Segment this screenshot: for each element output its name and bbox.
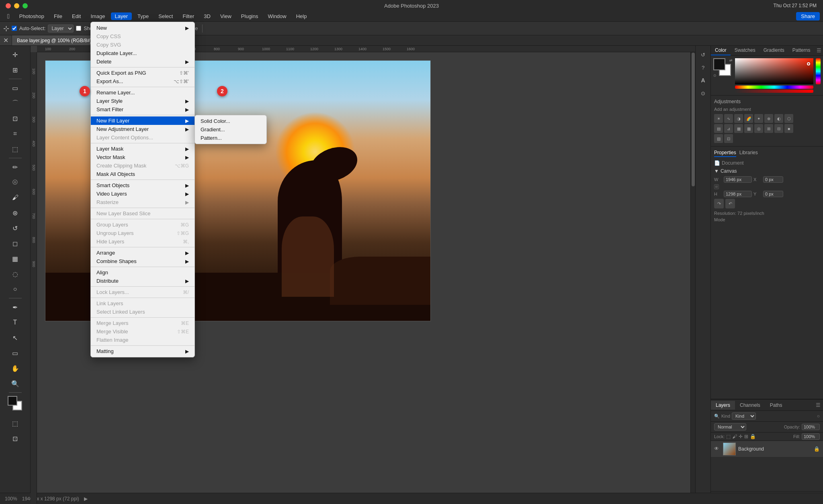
menu-item-layer-style[interactable]: Layer Style ▶ [91, 97, 194, 105]
gradient-box[interactable] [735, 58, 813, 84]
menu-edit[interactable]: Edit [68, 12, 85, 20]
tab-gradients[interactable]: Gradients [760, 46, 788, 55]
adj-curves[interactable]: ∿ [724, 114, 733, 123]
alpha-slider[interactable] [735, 90, 813, 93]
tab-color[interactable]: Color [711, 46, 731, 55]
menu-item-new-adjustment[interactable]: New Adjustment Layer ▶ [91, 125, 194, 133]
strip-history-btn[interactable]: ↺ [698, 49, 709, 60]
menu-filter[interactable]: Filter [178, 12, 198, 20]
reset-icon[interactable]: ⊙ [713, 73, 717, 78]
menu-item-video-layers[interactable]: Video Layers ▶ [91, 190, 194, 198]
lock-artboard-icon[interactable]: ⊞ [744, 434, 748, 439]
hue-vertical-bar[interactable] [816, 58, 821, 84]
blend-mode-dropdown[interactable]: Normal Multiply Screen [714, 423, 746, 431]
layer-row-background[interactable]: 👁 Background 🔒 [711, 441, 823, 457]
scrollbar-thumb-v[interactable] [692, 53, 695, 187]
adj-levels[interactable]: ▤ [714, 124, 723, 133]
canvas-x-input[interactable] [763, 176, 783, 183]
menu-apple[interactable]:  [3, 12, 14, 21]
tool-hand[interactable]: ✋ [8, 361, 23, 375]
tool-type[interactable]: T [8, 315, 23, 330]
lock-move-icon[interactable]: ✛ [739, 434, 743, 439]
tab-patterns[interactable]: Patterns [788, 46, 815, 55]
tab-properties[interactable]: Properties [714, 150, 736, 157]
tool-history-brush[interactable]: ↺ [8, 221, 23, 235]
tool-stamp[interactable]: ⊛ [8, 206, 23, 220]
menu-select[interactable]: Select [154, 12, 177, 20]
adj-exposure[interactable]: ◑ [734, 114, 743, 123]
tool-gradient[interactable]: ▦ [8, 251, 23, 266]
menu-item-vector-mask[interactable]: Vector Mask ▶ [91, 153, 194, 161]
tool-brush[interactable]: 🖌 [8, 190, 23, 205]
menu-item-duplicate[interactable]: Duplicate Layer... [91, 49, 194, 57]
lock-paint-icon[interactable]: 🖌 [732, 434, 737, 439]
fg-color-swatch[interactable] [8, 396, 17, 406]
menu-3d[interactable]: 3D [200, 12, 215, 20]
fg-swatch[interactable] [713, 58, 725, 70]
panel-menu-icon[interactable]: ☰ [814, 46, 823, 55]
adj-pattern[interactable]: ⊡ [724, 134, 733, 143]
tab-layers[interactable]: Layers [711, 401, 735, 410]
adj-posterize[interactable]: ▦ [734, 124, 743, 133]
transform-checkbox[interactable] [76, 26, 81, 31]
menu-item-smart-filter[interactable]: Smart Filter ▶ [91, 105, 194, 114]
tool-marquee[interactable]: ▭ [8, 81, 23, 95]
adj-invert[interactable]: ⊟ [774, 124, 783, 133]
tool-pen[interactable]: ✒ [8, 300, 23, 314]
layer-visibility-icon[interactable]: 👁 [714, 446, 721, 452]
menu-view[interactable]: View [216, 12, 235, 20]
adj-gradient-map[interactable]: ▩ [744, 124, 753, 133]
tab-paths[interactable]: Paths [765, 401, 787, 410]
adj-selective[interactable]: ◎ [754, 124, 763, 133]
maximize-button[interactable] [23, 3, 28, 8]
close-button[interactable] [6, 3, 11, 8]
minimize-button[interactable] [14, 3, 19, 8]
menu-item-quick-export[interactable]: Quick Export as PNG ⇧⌘' [91, 69, 194, 77]
tool-crop[interactable]: ⌗ [8, 127, 23, 141]
tab-channels[interactable]: Channels [735, 401, 765, 410]
traffic-lights[interactable] [0, 3, 28, 8]
fill-value[interactable] [802, 433, 820, 440]
layers-menu-icon[interactable]: ☰ [813, 400, 823, 410]
menu-type[interactable]: Type [133, 12, 153, 20]
tool-frame[interactable]: ⬚ [8, 142, 23, 156]
tool-dodge[interactable]: ○ [8, 282, 23, 296]
menu-item-arrange[interactable]: Arrange ▶ [91, 249, 194, 257]
submenu-solid-color[interactable]: Solid Color... [195, 117, 266, 125]
filter-kind-dropdown[interactable]: Kind Name Effect [732, 412, 756, 420]
menu-layer[interactable]: Layer [111, 12, 132, 20]
tool-spot-heal[interactable]: ⦾ [8, 175, 23, 190]
menu-item-matting[interactable]: Matting ▶ [91, 347, 194, 355]
tab-base-layer[interactable]: Base layer.jpeg @ 100% (RGB/8#) ✕ [12, 35, 102, 45]
menu-photoshop[interactable]: Photoshop [15, 12, 48, 20]
rotate-cw-icon[interactable]: ↷ [714, 199, 724, 208]
tool-lasso[interactable]: ⌒ [8, 96, 23, 110]
menu-item-combine[interactable]: Combine Shapes ▶ [91, 257, 194, 265]
rotate-ccw-icon[interactable]: ↶ [725, 199, 735, 208]
strip-learn-btn[interactable]: ? [698, 62, 709, 73]
hue-slider[interactable] [735, 86, 813, 89]
chain-icon[interactable]: ⛓ [714, 184, 719, 189]
menu-item-rename[interactable]: Rename Layer... [91, 88, 194, 97]
menu-help[interactable]: Help [292, 12, 311, 20]
adj-gradient2[interactable]: ▧ [714, 134, 723, 143]
canvas-h-input[interactable] [724, 191, 752, 197]
menu-item-align[interactable]: Align [91, 268, 194, 277]
canvas-y-input[interactable] [763, 191, 783, 197]
adj-solid-color[interactable]: ■ [784, 124, 793, 133]
swap-icon[interactable]: ⇄ [729, 58, 733, 62]
adj-hue[interactable]: 🌈 [744, 114, 753, 123]
lock-all-icon[interactable]: 🔒 [750, 434, 756, 439]
menu-item-smart-objects[interactable]: Smart Objects ▶ [91, 181, 194, 190]
tool-mask-mode[interactable]: ⬚ [8, 416, 23, 431]
tool-path-select[interactable]: ↖ [8, 331, 23, 345]
scrollbar-vertical[interactable] [690, 52, 695, 499]
menu-item-delete[interactable]: Delete ▶ [91, 57, 194, 66]
adj-channel-mix[interactable]: ⊞ [764, 124, 773, 133]
adj-threshold[interactable]: ⊿ [724, 124, 733, 133]
menu-item-mask-all[interactable]: Mask All Objects [91, 170, 194, 178]
tab-libraries[interactable]: Libraries [739, 150, 758, 157]
menu-window[interactable]: Window [264, 12, 290, 20]
tool-eraser[interactable]: ◻ [8, 236, 23, 251]
tool-shape[interactable]: ▭ [8, 346, 23, 360]
